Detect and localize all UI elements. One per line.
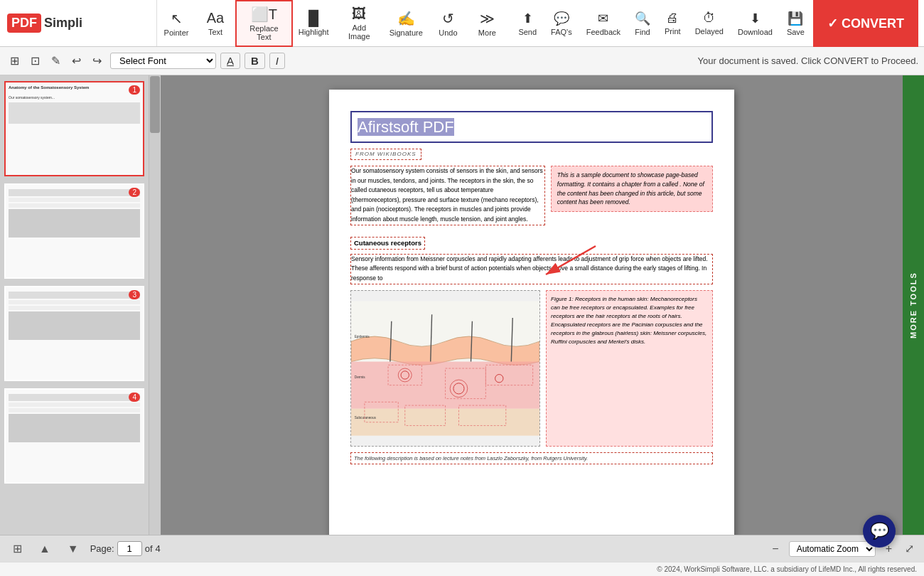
find-icon: 🔍 — [635, 11, 650, 26]
tool-add-image-button[interactable]: 🖼Add Image — [335, 0, 384, 47]
more-label: More — [478, 28, 496, 37]
tool-buttons: ↖PointerAaText⬜TReplace Text▐▌Highlight🖼… — [156, 0, 507, 46]
page-of: of — [145, 543, 153, 554]
signature-icon: ✍ — [397, 10, 415, 27]
action-print-button[interactable]: 🖨Print — [659, 0, 687, 47]
scroll-thumb[interactable] — [150, 76, 160, 133]
tool-undo-button[interactable]: ↺Undo — [429, 0, 468, 47]
intro-paragraph: Our somatosensory system consists of sen… — [350, 166, 545, 225]
page-down-button[interactable]: ▼ — [62, 540, 85, 558]
redo-button[interactable]: ↪ — [88, 53, 106, 69]
tool-replace-text-button[interactable]: ⬜TReplace Text — [235, 0, 293, 47]
undo-icon: ↺ — [442, 10, 454, 27]
toolbar2-buttons: ⊞ ⊡ ✎ ↩ ↪ — [6, 53, 106, 69]
print-icon: 🖨 — [666, 11, 679, 26]
send-label: Send — [518, 28, 537, 36]
pdf-page: Afirstsoft PDF FROM WIKIBOOKS Our somato… — [329, 90, 734, 535]
logo-simpli: Simpli — [44, 16, 82, 31]
undo-button[interactable]: ↩ — [68, 53, 85, 69]
save-icon: 💾 — [788, 11, 803, 26]
add-image-label: Add Image — [342, 23, 376, 41]
doc-status: Your document is saved. Click CONVERT to… — [698, 55, 918, 66]
two-col-figure: Epidermis Dermis Subcutaneous Figure 1: … — [350, 290, 713, 447]
footer-note: The following description is based on le… — [350, 452, 713, 464]
fullscreen-button[interactable]: ⤢ — [902, 539, 917, 558]
title-block[interactable]: Afirstsoft PDF — [350, 111, 713, 143]
sidebar-toggle-button[interactable]: ⊞ — [7, 539, 28, 558]
sidebar-page-3[interactable]: 3 — [4, 286, 144, 381]
sidebar-page-1[interactable]: Anatomy of the Somatosensory SystemOur s… — [4, 81, 144, 176]
logo-area: PDF Simpli — [0, 0, 156, 46]
underline-button[interactable]: A — [220, 53, 240, 69]
main-area: Anatomy of the Somatosensory SystemOur s… — [0, 75, 924, 535]
download-label: Download — [738, 28, 773, 36]
sidebar-page-4[interactable]: 4 — [4, 388, 144, 484]
tool-more-button[interactable]: ≫More — [468, 0, 507, 47]
action-delayed-button[interactable]: ⏱Delayed — [689, 0, 729, 47]
text-icon: Aa — [207, 10, 224, 26]
zoom-select[interactable]: Automatic Zoom 50% 75% 100% 150% — [789, 541, 876, 557]
page-label: Page: — [90, 543, 114, 554]
svg-text:Epidermis: Epidermis — [355, 335, 370, 338]
faqs-icon: 💬 — [554, 11, 569, 26]
faqs-label: FAQ's — [551, 28, 572, 36]
zoom-out-button[interactable]: − — [766, 540, 784, 558]
italic-button[interactable]: I — [269, 53, 285, 69]
feedback-icon: ✉ — [598, 11, 608, 26]
action-send-button[interactable]: ⬆Send — [512, 0, 542, 47]
pointer-icon: ↖ — [171, 10, 183, 27]
sidebar: Anatomy of the Somatosensory SystemOur s… — [0, 75, 149, 535]
pink-info-box: This is a sample document to showcase pa… — [551, 166, 713, 212]
svg-text:Dermis: Dermis — [355, 375, 366, 379]
action-download-button[interactable]: ⬇Download — [732, 0, 778, 47]
title-selected: Afirstsoft PDF — [358, 118, 454, 136]
scroll-bar[interactable] — [149, 75, 161, 535]
zoom-controls: − Automatic Zoom 50% 75% 100% 150% + ⤢ — [766, 539, 917, 558]
action-save-button[interactable]: 💾Save — [781, 0, 810, 47]
two-col-intro: Our somatosensory system consists of sen… — [350, 166, 713, 231]
grid-view-button[interactable]: ⊞ — [6, 53, 23, 69]
more-tools-panel[interactable]: MORE TOOLS — [903, 75, 924, 535]
from-wikibooks: FROM WIKIBOOKS — [350, 149, 421, 160]
more-icon: ≫ — [480, 10, 495, 27]
sidebar-page-2[interactable]: 2 — [4, 183, 144, 279]
diagram-box: Epidermis Dermis Subcutaneous — [350, 290, 540, 447]
pink-sidebar-box: This is a sample document to showcase pa… — [551, 166, 713, 231]
action-find-button[interactable]: 🔍Find — [629, 0, 656, 47]
top-toolbar: PDF Simpli ↖PointerAaText⬜TReplace Text▐… — [0, 0, 924, 47]
page-up-button[interactable]: ▲ — [33, 540, 56, 558]
figure-caption: Figure 1: Receptors in the human skin: M… — [546, 290, 713, 447]
page-number-input[interactable] — [117, 541, 142, 556]
delayed-icon: ⏱ — [703, 11, 716, 26]
copyright-text: © 2024, WorkSimpli Software, LLC. a subs… — [657, 565, 917, 573]
delayed-label: Delayed — [695, 27, 724, 36]
add-image-icon: 🖼 — [352, 6, 366, 22]
font-select[interactable]: Select Font Arial Times New Roman Helvet… — [110, 53, 216, 69]
action-feedback-button[interactable]: ✉Feedback — [581, 0, 626, 47]
tool-text-button[interactable]: AaText — [196, 0, 235, 47]
chat-bubble[interactable]: 💬 — [863, 515, 896, 548]
feedback-label: Feedback — [586, 28, 621, 36]
doc-viewer[interactable]: Afirstsoft PDF FROM WIKIBOOKS Our somato… — [161, 75, 903, 535]
tool-highlight-button[interactable]: ▐▌Highlight — [293, 0, 335, 47]
section-paragraph: Sensory information from Meissner corpus… — [350, 254, 713, 284]
convert-button[interactable]: ✓ CONVERT — [813, 0, 918, 47]
logo-pdf: PDF — [7, 14, 41, 33]
download-icon: ⬇ — [750, 11, 761, 26]
bold-button[interactable]: B — [245, 53, 265, 69]
skin-diagram-svg: Epidermis Dermis Subcutaneous — [351, 291, 539, 446]
tool-signature-button[interactable]: ✍Signature — [384, 0, 429, 47]
tool-pointer-button[interactable]: ↖Pointer — [157, 0, 196, 47]
edit-button[interactable]: ✎ — [47, 53, 65, 69]
print-label: Print — [665, 27, 681, 36]
undo-label: Undo — [439, 28, 457, 37]
save-label: Save — [787, 28, 805, 36]
replace-text-icon: ⬜T — [251, 6, 277, 23]
page-info: Page: of 4 — [90, 541, 161, 556]
replace-text-label: Replace Text — [244, 24, 284, 41]
action-faqs-button[interactable]: 💬FAQ's — [545, 0, 578, 47]
highlight-icon: ▐▌ — [303, 10, 323, 26]
single-view-button[interactable]: ⊡ — [26, 53, 44, 69]
right-actions: ⬆Send💬FAQ's✉Feedback🔍Find🖨Print⏱Delayed⬇… — [507, 0, 924, 46]
find-label: Find — [635, 28, 650, 36]
